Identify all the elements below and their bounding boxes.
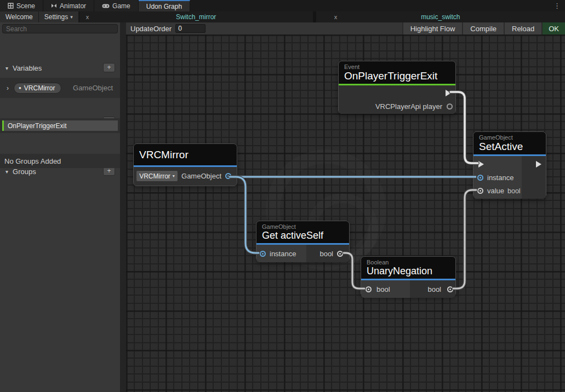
update-order-label: UpdateOrder bbox=[130, 25, 172, 33]
port-type-label: bool bbox=[507, 187, 521, 195]
tab-animator[interactable]: Animator bbox=[43, 0, 94, 11]
chevron-right-icon[interactable]: › bbox=[7, 84, 9, 92]
tab-animator-label: Animator bbox=[60, 2, 86, 10]
node-category: GameObject bbox=[479, 134, 540, 141]
tab-game-label: Game bbox=[112, 2, 130, 10]
chevron-down-icon: ▾ bbox=[5, 65, 8, 71]
search-input[interactable] bbox=[2, 24, 118, 33]
wire-bool-unarynegation-to-setactive-value bbox=[453, 190, 476, 289]
variables-title: Variables bbox=[13, 64, 42, 72]
welcome-button[interactable]: Welcome bbox=[0, 11, 39, 22]
variable-row[interactable]: › ● VRCMirror GameObject bbox=[0, 78, 120, 98]
settings-dropdown[interactable]: Settings ▾ bbox=[39, 11, 79, 22]
graph-toolbar: UpdateOrder Highlight Flow Compile Reloa… bbox=[126, 22, 565, 34]
port-label: instance bbox=[270, 250, 296, 258]
graph-canvas[interactable]: Event OnPlayerTriggerExit VRCPlayerApi p… bbox=[126, 34, 565, 392]
node-get-activeself[interactable]: GameObject Get activeSelf instance bool bbox=[256, 221, 350, 262]
node-header: GameObject SetActive bbox=[473, 132, 546, 154]
groups-empty-row: No Groups Added bbox=[0, 154, 120, 168]
panel-divider bbox=[120, 22, 126, 392]
graph-tab-music-switch[interactable]: x music_switch bbox=[316, 11, 565, 22]
groups-empty-text: No Groups Added bbox=[4, 157, 61, 165]
node-header: Boolean UnaryNegation bbox=[361, 257, 455, 279]
node-header: GameObject Get activeSelf bbox=[256, 221, 349, 243]
bool-input-port[interactable] bbox=[366, 286, 372, 292]
flow-in-arrow[interactable] bbox=[478, 161, 484, 168]
node-body: bool bool bbox=[361, 280, 455, 298]
node-body: instance bool bbox=[256, 245, 349, 262]
port-label: instance bbox=[487, 174, 513, 182]
node-title: SetActive bbox=[479, 141, 540, 153]
node-onplayertriggerexit[interactable]: Event OnPlayerTriggerExit VRCPlayerApi p… bbox=[338, 61, 456, 114]
scene-grid-icon bbox=[8, 3, 14, 9]
compile-button[interactable]: Compile bbox=[462, 22, 504, 34]
groups-title: Groups bbox=[13, 168, 36, 176]
variable-select-dropdown[interactable]: VRCMirror ▾ bbox=[136, 170, 178, 182]
sidebar: ▾ Variables + › ● VRCMirror GameObject ▾… bbox=[0, 22, 120, 392]
node-setactive[interactable]: GameObject SetActive instance value bool bbox=[473, 131, 546, 198]
port-label: value bbox=[487, 187, 504, 195]
port-label: GameObject bbox=[181, 172, 221, 180]
reload-button[interactable]: Reload bbox=[504, 22, 541, 34]
close-icon[interactable]: x bbox=[86, 14, 89, 20]
bool-output-port[interactable] bbox=[447, 286, 453, 292]
gameobject-output-port[interactable] bbox=[225, 173, 231, 179]
node-header: Event OnPlayerTriggerExit bbox=[339, 61, 455, 84]
flow-out-arrow[interactable] bbox=[536, 161, 541, 168]
bool-output-port[interactable] bbox=[337, 251, 343, 257]
node-title: Get activeSelf bbox=[262, 230, 344, 241]
node-title: UnaryNegation bbox=[367, 266, 450, 277]
window-tab-bar: Scene Animator Game Udon Graph ⋮ bbox=[0, 0, 565, 11]
variable-type: GameObject bbox=[73, 84, 113, 92]
variable-name: VRCMirror bbox=[24, 84, 55, 92]
event-list: OnPlayerTriggerExit bbox=[0, 118, 120, 133]
chevron-down-icon: ▾ bbox=[5, 169, 8, 175]
tab-udon-graph[interactable]: Udon Graph bbox=[139, 0, 190, 11]
dropdown-arrow-icon: ▾ bbox=[173, 174, 175, 178]
node-header: VRCMirror bbox=[134, 144, 237, 165]
node-category: Event bbox=[344, 64, 450, 70]
tab-scene[interactable]: Scene bbox=[0, 0, 43, 11]
tab-game[interactable]: Game bbox=[94, 0, 139, 11]
variables-section-header[interactable]: ▾ Variables + bbox=[0, 61, 120, 74]
node-title: VRCMirror bbox=[139, 149, 231, 161]
node-category: Boolean bbox=[367, 259, 450, 266]
graph-tab-bar: Welcome Settings ▾ x Switch_mirror x mus… bbox=[0, 11, 565, 22]
gamepad-icon bbox=[102, 3, 110, 9]
node-body: VRCMirror ▾ GameObject bbox=[134, 167, 237, 185]
kebab-menu-icon[interactable]: ⋮ bbox=[549, 0, 565, 11]
port-label: bool bbox=[427, 285, 441, 293]
ok-button[interactable]: OK bbox=[541, 22, 565, 34]
instance-input-port[interactable] bbox=[260, 251, 266, 257]
graph-tab-label: music_switch bbox=[316, 13, 565, 21]
value-input-port[interactable] bbox=[477, 188, 483, 194]
dropdown-value: VRCMirror bbox=[139, 172, 170, 180]
animator-icon bbox=[51, 3, 57, 9]
welcome-label: Welcome bbox=[5, 13, 33, 21]
node-vrcmirror[interactable]: VRCMirror VRCMirror ▾ GameObject bbox=[133, 143, 237, 186]
settings-label: Settings bbox=[44, 13, 68, 21]
tab-udon-graph-label: Udon Graph bbox=[146, 3, 182, 10]
bullet-icon: ● bbox=[19, 85, 21, 90]
node-title: OnPlayerTriggerExit bbox=[344, 70, 450, 82]
update-order-input[interactable] bbox=[175, 24, 206, 33]
graph-tab-switch-mirror[interactable]: x Switch_mirror bbox=[79, 11, 313, 22]
node-body: VRCPlayerApi player bbox=[339, 85, 455, 114]
variable-pill[interactable]: ● VRCMirror bbox=[14, 83, 61, 94]
chevron-down-icon: ▾ bbox=[70, 14, 73, 20]
port-label: bool bbox=[319, 250, 333, 258]
highlight-flow-button[interactable]: Highlight Flow bbox=[402, 22, 463, 34]
instance-input-port[interactable] bbox=[477, 175, 483, 181]
player-output-port[interactable] bbox=[447, 103, 453, 109]
flow-out-arrow[interactable] bbox=[446, 90, 451, 96]
port-label: bool bbox=[376, 285, 390, 293]
node-unarynegation[interactable]: Boolean UnaryNegation bool bool bbox=[361, 256, 456, 297]
wire-gameobject-to-getactiveself bbox=[230, 177, 259, 253]
tab-scene-label: Scene bbox=[16, 2, 35, 10]
graph-tab-label: Switch_mirror bbox=[79, 13, 313, 21]
port-label: VRCPlayerApi player bbox=[375, 102, 442, 111]
add-variable-button[interactable]: + bbox=[103, 63, 115, 72]
node-category: GameObject bbox=[262, 223, 344, 230]
event-list-item[interactable]: OnPlayerTriggerExit bbox=[2, 120, 118, 131]
close-icon[interactable]: x bbox=[334, 14, 338, 20]
